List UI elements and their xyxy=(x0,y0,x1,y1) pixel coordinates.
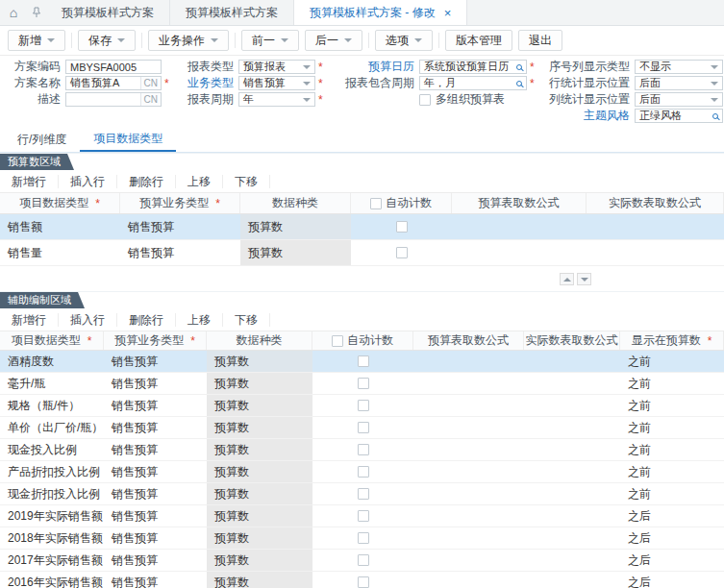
cell-auto[interactable] xyxy=(351,214,452,239)
auto-count-checkbox[interactable] xyxy=(358,510,369,522)
add-row-button[interactable]: 新增行 xyxy=(0,313,59,327)
cell-kind[interactable]: 预算数 xyxy=(207,439,312,460)
cell-f2[interactable] xyxy=(524,505,620,527)
auto-count-checkbox[interactable] xyxy=(358,532,369,544)
cell-auto[interactable] xyxy=(312,527,413,549)
cell-item[interactable]: 2018年实际销售额 xyxy=(0,527,104,549)
cell-f1[interactable] xyxy=(413,417,524,438)
cell-kind[interactable]: 预算数 xyxy=(207,351,312,372)
cell-item[interactable]: 单价（出厂价/瓶） xyxy=(0,417,104,438)
cell-item[interactable]: 销售量 xyxy=(0,240,120,265)
exit-button[interactable]: 退出 xyxy=(518,30,562,51)
cell-pos[interactable]: 之后 xyxy=(620,550,724,571)
cell-biz[interactable]: 销售预算 xyxy=(120,214,240,239)
scheme-code-input[interactable]: MBYSFA0005 xyxy=(65,60,162,74)
cell-auto[interactable] xyxy=(351,240,452,265)
cell-f1[interactable] xyxy=(413,395,524,416)
pin-icon[interactable] xyxy=(27,0,46,25)
column-header-item[interactable]: 项目数据类型* xyxy=(0,193,120,213)
cell-kind[interactable]: 预算数 xyxy=(207,550,312,571)
auto-count-checkbox[interactable] xyxy=(358,400,369,411)
cell-auto[interactable] xyxy=(312,461,413,482)
next-button[interactable]: 后一 xyxy=(305,30,362,51)
insert-row-button[interactable]: 插入行 xyxy=(59,313,117,327)
cell-biz[interactable]: 销售预算 xyxy=(104,505,207,527)
column-header-pos[interactable]: 显示在预算数* xyxy=(620,331,724,350)
cell-pos[interactable]: 之后 xyxy=(620,505,724,527)
auto-count-checkbox[interactable] xyxy=(358,378,369,389)
cell-f1[interactable] xyxy=(413,505,524,527)
column-header-biz[interactable]: 预算业务类型* xyxy=(120,193,240,213)
table-row[interactable]: 产品折扣投入比例销售预算预算数之前 xyxy=(0,461,724,483)
version-manage-button[interactable]: 版本管理 xyxy=(445,30,512,51)
cell-biz[interactable]: 销售预算 xyxy=(104,550,207,571)
search-icon[interactable] xyxy=(512,61,526,73)
move-down-button[interactable]: 下移 xyxy=(223,175,270,188)
column-header-kind[interactable]: 数据种类 xyxy=(207,331,312,350)
cell-auto[interactable] xyxy=(312,483,413,504)
field-label-link[interactable]: 业务类型 xyxy=(181,75,238,91)
cell-f1[interactable] xyxy=(413,550,524,571)
table-row[interactable]: 2016年实际销售额销售预算预算数之后 xyxy=(0,572,724,588)
collapse-down-button[interactable] xyxy=(577,273,591,285)
cell-kind[interactable]: 预算数 xyxy=(207,505,312,527)
cell-item[interactable]: 产品折扣投入比例 xyxy=(0,461,104,482)
cell-f2[interactable] xyxy=(524,550,620,571)
search-icon[interactable] xyxy=(512,77,526,89)
cell-pos[interactable]: 之前 xyxy=(620,439,724,460)
table-row[interactable]: 2019年实际销售额销售预算预算数之后 xyxy=(0,505,724,527)
cell-f1[interactable] xyxy=(413,572,524,588)
column-header-f1[interactable]: 预算表取数公式 xyxy=(413,331,524,350)
previous-button[interactable]: 前一 xyxy=(241,30,299,51)
theme-style-lookup[interactable]: 正绿风格 xyxy=(635,109,723,123)
cell-biz[interactable]: 销售预算 xyxy=(104,483,207,504)
table-row[interactable]: 2017年实际销售额销售预算预算数之后 xyxy=(0,550,724,572)
cell-f2[interactable] xyxy=(524,527,620,549)
cell-item[interactable]: 现金投入比例 xyxy=(0,439,104,460)
collapse-up-button[interactable] xyxy=(560,273,574,285)
add-button[interactable]: 新增 xyxy=(8,30,65,51)
cell-auto[interactable] xyxy=(312,417,413,438)
cell-biz[interactable]: 销售预算 xyxy=(104,373,207,394)
move-up-button[interactable]: 上移 xyxy=(176,313,223,327)
cell-item[interactable]: 2019年实际销售额 xyxy=(0,505,104,527)
cell-biz[interactable]: 销售预算 xyxy=(120,240,240,265)
serial-column-display-select[interactable]: 不显示 xyxy=(635,60,723,74)
cell-f1[interactable] xyxy=(452,214,587,239)
cell-auto[interactable] xyxy=(312,572,413,588)
cell-pos[interactable]: 之前 xyxy=(620,395,724,416)
add-row-button[interactable]: 新增行 xyxy=(0,175,59,188)
table-row[interactable]: 毫升/瓶销售预算预算数之前 xyxy=(0,373,724,395)
save-button[interactable]: 保存 xyxy=(78,30,136,51)
home-icon[interactable]: ⌂ xyxy=(0,0,27,25)
select-all-checkbox[interactable] xyxy=(370,198,382,209)
cell-pos[interactable]: 之前 xyxy=(620,351,724,372)
cell-biz[interactable]: 销售预算 xyxy=(104,461,207,482)
cell-auto[interactable] xyxy=(312,550,413,571)
cell-f1[interactable] xyxy=(413,373,524,394)
cell-f2[interactable] xyxy=(524,439,620,460)
locale-cn-badge[interactable]: CN xyxy=(140,93,161,106)
cell-biz[interactable]: 销售预算 xyxy=(104,351,207,372)
business-type-select[interactable]: 销售预算 xyxy=(238,76,315,90)
table-row[interactable]: 2018年实际销售额销售预算预算数之后 xyxy=(0,527,724,550)
tab-row-col-dimension[interactable]: 行/列维度 xyxy=(4,128,80,152)
cell-auto[interactable] xyxy=(312,373,413,394)
cell-kind[interactable]: 预算数 xyxy=(207,527,312,549)
cell-biz[interactable]: 销售预算 xyxy=(104,572,207,588)
column-header-biz[interactable]: 预算业务类型* xyxy=(104,331,207,350)
cell-f2[interactable] xyxy=(524,395,620,416)
report-period-range-lookup[interactable]: 年，月 xyxy=(419,76,527,90)
cell-biz[interactable]: 销售预算 xyxy=(104,527,207,549)
auto-count-checkbox[interactable] xyxy=(358,444,369,455)
cell-item[interactable]: 现金折扣投入比例 xyxy=(0,483,104,504)
select-all-checkbox[interactable] xyxy=(332,335,343,347)
budget-calendar-lookup[interactable]: 系统预设预算日历 xyxy=(419,60,527,74)
auto-count-checkbox[interactable] xyxy=(358,422,369,433)
cell-biz[interactable]: 销售预算 xyxy=(104,395,207,416)
table-row[interactable]: 销售量销售预算预算数 xyxy=(0,240,724,266)
cell-f2[interactable] xyxy=(524,417,620,438)
cell-item[interactable]: 毫升/瓶 xyxy=(0,373,104,394)
search-icon[interactable] xyxy=(708,110,722,122)
cell-pos[interactable]: 之前 xyxy=(620,461,724,482)
